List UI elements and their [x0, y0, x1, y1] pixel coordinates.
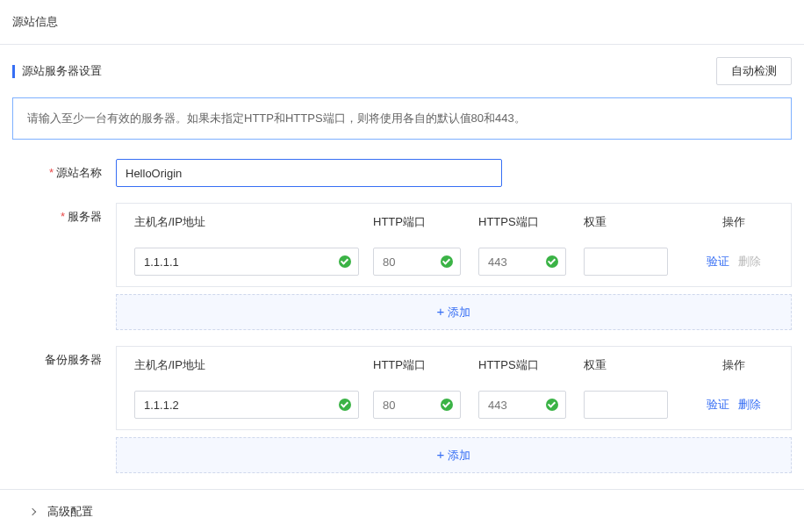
required-asterisk: * [61, 210, 65, 223]
check-icon [545, 255, 559, 269]
host-input[interactable] [134, 248, 359, 276]
add-label: 添加 [448, 449, 470, 462]
check-icon [440, 398, 454, 412]
page-title: 源站信息 [0, 0, 804, 45]
col-header-https: HTTPS端口 [478, 357, 584, 373]
add-label: 添加 [448, 306, 470, 319]
col-header-http: HTTP端口 [373, 357, 478, 373]
delete-link-disabled: 删除 [738, 254, 761, 270]
form-label-backup: 备份服务器 [12, 346, 116, 368]
auto-detect-button[interactable]: 自动检测 [716, 57, 792, 85]
advanced-label: 高级配置 [47, 504, 93, 520]
col-header-weight: 权重 [584, 357, 694, 373]
table-header: 主机名/IP地址 HTTP端口 HTTPS端口 权重 操作 [117, 347, 791, 384]
table-row: 验证 删除 [117, 384, 791, 429]
verify-link[interactable]: 验证 [707, 397, 729, 413]
col-header-host: 主机名/IP地址 [134, 214, 373, 230]
form-label-server: *服务器 [12, 203, 116, 225]
plus-icon: + [437, 447, 445, 462]
backup-server-table: 主机名/IP地址 HTTP端口 HTTPS端口 权重 操作 [116, 346, 792, 430]
host-input[interactable] [134, 391, 359, 419]
col-header-weight: 权重 [584, 214, 694, 230]
section-header: 源站服务器设置 自动检测 [0, 45, 804, 97]
col-header-action: 操作 [694, 357, 773, 373]
form-row-server: *服务器 主机名/IP地址 HTTP端口 HTTPS端口 权重 操作 [12, 203, 792, 330]
check-icon [338, 255, 352, 269]
check-icon [440, 255, 454, 269]
add-server-button[interactable]: +添加 [116, 294, 792, 330]
col-header-https: HTTPS端口 [478, 214, 584, 230]
required-asterisk: * [49, 166, 54, 179]
table-row: 验证 删除 [117, 241, 791, 286]
check-icon [338, 398, 352, 412]
section-title: 源站服务器设置 [22, 63, 102, 79]
col-header-action: 操作 [694, 214, 773, 230]
form-row-backup-server: 备份服务器 主机名/IP地址 HTTP端口 HTTPS端口 权重 操作 [12, 346, 792, 473]
label-origin-name: 源站名称 [56, 166, 102, 179]
info-box: 请输入至少一台有效的服务器。如果未指定HTTP和HTTPS端口，则将使用各自的默… [12, 97, 792, 140]
plus-icon: + [437, 304, 445, 319]
advanced-config-toggle[interactable]: 高级配置 [0, 489, 804, 532]
label-backup: 备份服务器 [45, 353, 102, 366]
section-title-wrap: 源站服务器设置 [0, 63, 102, 79]
origin-name-input[interactable] [116, 159, 502, 187]
weight-input[interactable] [584, 248, 668, 276]
label-server: 服务器 [68, 210, 102, 223]
check-icon [545, 398, 559, 412]
primary-server-table: 主机名/IP地址 HTTP端口 HTTPS端口 权重 操作 [116, 203, 792, 287]
delete-link[interactable]: 删除 [738, 397, 761, 413]
chevron-right-icon [29, 508, 36, 515]
form-row-origin-name: *源站名称 [12, 159, 792, 187]
form-label-origin-name: *源站名称 [12, 159, 116, 181]
section-title-bar [12, 65, 15, 78]
col-header-http: HTTP端口 [373, 214, 478, 230]
col-header-host: 主机名/IP地址 [134, 357, 373, 373]
table-header: 主机名/IP地址 HTTP端口 HTTPS端口 权重 操作 [117, 204, 791, 241]
add-backup-server-button[interactable]: +添加 [116, 437, 792, 473]
weight-input[interactable] [584, 391, 668, 419]
verify-link[interactable]: 验证 [707, 254, 729, 270]
